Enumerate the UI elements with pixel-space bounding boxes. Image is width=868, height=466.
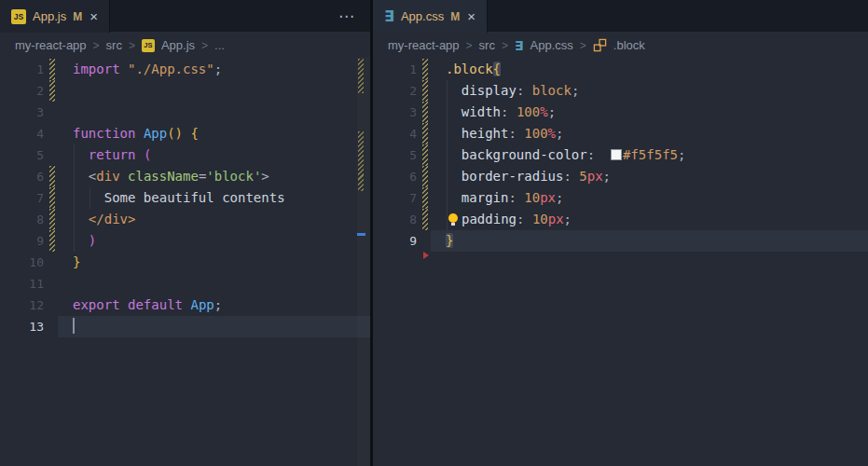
breadcrumb-item-file[interactable]: App.css	[530, 38, 573, 52]
line-number[interactable]: 8	[373, 209, 417, 230]
editor-gutter[interactable]: 1	[0, 59, 58, 80]
editor-gutter[interactable]: 9	[373, 230, 431, 252]
line-number[interactable]: 13	[0, 316, 44, 337]
code-line[interactable]: 8 </div>	[0, 209, 370, 230]
editor-gutter[interactable]: 2	[373, 80, 431, 102]
line-number[interactable]: 9	[0, 230, 44, 252]
code-text[interactable]: import "./App.css";	[58, 59, 370, 80]
breadcrumb-item-symbol[interactable]: ...	[214, 38, 225, 52]
code-line[interactable]: 9}	[373, 230, 868, 252]
git-modified-gutter-mark	[49, 187, 55, 209]
code-line[interactable]: 1.block{	[373, 59, 868, 80]
scrollbar-track[interactable]	[357, 57, 370, 466]
breadcrumb-item-src[interactable]: src	[479, 38, 495, 52]
code-line[interactable]: 6 <div className='block'>	[0, 166, 370, 187]
editor-gutter[interactable]: 4	[0, 123, 58, 144]
line-number[interactable]: 5	[0, 144, 44, 166]
line-number[interactable]: 1	[0, 59, 44, 80]
code-text[interactable]: background-color: #f5f5f5;	[431, 144, 868, 166]
code-text[interactable]: }	[58, 252, 370, 273]
line-number[interactable]: 6	[373, 166, 417, 187]
editor-gutter[interactable]: 8	[373, 209, 431, 230]
editor-gutter[interactable]: 3	[0, 102, 58, 123]
editor-gutter[interactable]: 9	[0, 230, 58, 252]
breadcrumb-item-file[interactable]: App.js	[161, 38, 195, 52]
code-text[interactable]: display: block;	[431, 80, 868, 102]
line-number[interactable]: 2	[373, 80, 417, 102]
editor-gutter[interactable]: 1	[373, 59, 431, 80]
line-number[interactable]: 3	[373, 102, 417, 123]
code-text[interactable]: <div className='block'>	[58, 166, 370, 187]
line-number[interactable]: 12	[0, 295, 44, 316]
lightbulb-icon[interactable]	[446, 209, 462, 230]
code-text[interactable]: function App() {	[58, 123, 370, 144]
editor-gutter[interactable]: 5	[0, 144, 58, 166]
editor-gutter[interactable]: 11	[0, 273, 58, 295]
editor-gutter[interactable]: 4	[373, 123, 431, 144]
code-text[interactable]: height: 100%;	[431, 123, 868, 144]
close-tab-icon[interactable]: ×	[89, 9, 99, 23]
editor-gutter[interactable]: 12	[0, 295, 58, 316]
breadcrumb-item-symbol[interactable]: .block	[613, 38, 645, 52]
code-text[interactable]: .block{	[431, 59, 868, 80]
editor-gutter[interactable]: 7	[0, 187, 58, 209]
code-line[interactable]: 7 Some beautiful contents	[0, 187, 370, 209]
code-text[interactable]	[58, 102, 370, 123]
code-line[interactable]: 12export default App;	[0, 295, 370, 316]
code-line[interactable]: 4function App() {	[0, 123, 370, 144]
line-number[interactable]: 7	[0, 187, 44, 209]
more-actions-icon[interactable]: ⋯	[338, 7, 370, 26]
line-number[interactable]: 5	[373, 144, 417, 166]
line-number[interactable]: 10	[0, 252, 44, 273]
close-tab-icon[interactable]: ×	[466, 9, 476, 23]
editor-gutter[interactable]: 2	[0, 80, 58, 102]
code-editor-appjs[interactable]: 1import "./App.css";234function App() {5…	[0, 57, 370, 466]
tab-appjs[interactable]: JS App.js M ×	[0, 0, 110, 33]
line-number[interactable]: 4	[0, 123, 44, 144]
code-text[interactable]	[58, 316, 370, 337]
code-text[interactable]: margin: 10px;	[431, 187, 868, 209]
tab-appcss[interactable]: ∃ App.css M ×	[373, 0, 488, 33]
editor-gutter[interactable]: 6	[373, 166, 431, 187]
code-text[interactable]: export default App;	[58, 295, 370, 316]
code-line[interactable]: 2	[0, 80, 370, 102]
line-number[interactable]: 6	[0, 166, 44, 187]
breadcrumb-item-src[interactable]: src	[106, 38, 122, 52]
chevron-right-icon: >	[580, 39, 586, 52]
code-text[interactable]: Some beautiful contents	[58, 187, 370, 209]
code-text[interactable]	[58, 80, 370, 102]
code-text[interactable]	[58, 273, 370, 295]
line-number[interactable]: 9	[373, 230, 417, 252]
code-line[interactable]: 9 )	[0, 230, 370, 252]
editor-gutter[interactable]: 10	[0, 252, 58, 273]
line-number[interactable]: 3	[0, 102, 44, 123]
code-line[interactable]: 11	[0, 273, 370, 295]
line-number[interactable]: 4	[373, 123, 417, 144]
code-line[interactable]: 5 return (	[0, 144, 370, 166]
code-text[interactable]: return (	[58, 144, 370, 166]
code-text[interactable]: }	[431, 230, 868, 252]
line-number[interactable]: 8	[0, 209, 44, 230]
editor-gutter[interactable]: 13	[0, 316, 58, 337]
line-number[interactable]: 7	[373, 187, 417, 209]
code-token: %	[540, 104, 547, 119]
code-text[interactable]: padding: 10px;	[431, 209, 868, 230]
code-text[interactable]: border-radius: 5px;	[431, 166, 868, 187]
code-text[interactable]: )	[58, 230, 370, 252]
line-number[interactable]: 2	[0, 80, 44, 102]
line-number[interactable]: 11	[0, 273, 44, 295]
code-line[interactable]: 13	[0, 316, 370, 337]
editor-gutter[interactable]: 6	[0, 166, 58, 187]
editor-gutter[interactable]: 5	[373, 144, 431, 166]
editor-gutter[interactable]: 8	[0, 209, 58, 230]
editor-gutter[interactable]: 3	[373, 102, 431, 123]
breadcrumb-item-project[interactable]: my-react-app	[15, 38, 87, 52]
code-text[interactable]: width: 100%;	[431, 102, 868, 123]
code-text[interactable]: </div>	[58, 209, 370, 230]
code-line[interactable]: 10}	[0, 252, 370, 273]
breadcrumb-item-project[interactable]: my-react-app	[388, 38, 460, 52]
line-number[interactable]: 1	[373, 59, 417, 80]
code-line[interactable]: 3	[0, 102, 370, 123]
editor-gutter[interactable]: 7	[373, 187, 431, 209]
code-line[interactable]: 1import "./App.css";	[0, 59, 370, 80]
